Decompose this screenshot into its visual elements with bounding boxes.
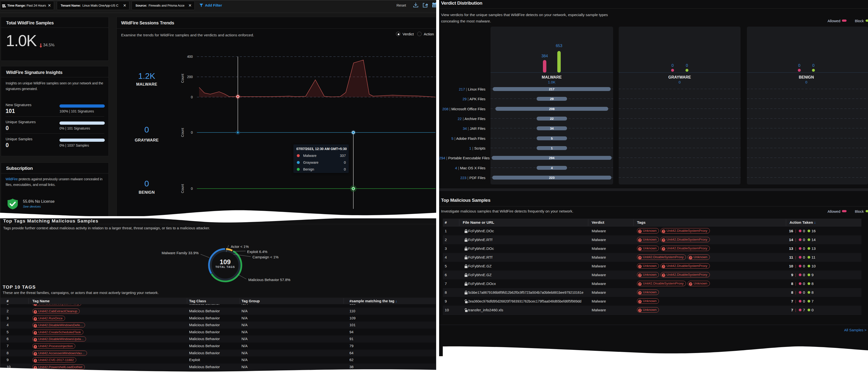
- svg-text:0: 0: [191, 186, 193, 191]
- svg-text:Count: Count: [181, 184, 184, 193]
- svg-text:Count: Count: [181, 128, 184, 137]
- svg-text:200: 200: [187, 75, 193, 79]
- svg-text:Count: Count: [181, 74, 184, 83]
- svg-text:400: 400: [187, 55, 193, 59]
- svg-text:0: 0: [191, 95, 193, 99]
- svg-text:0: 0: [191, 131, 193, 135]
